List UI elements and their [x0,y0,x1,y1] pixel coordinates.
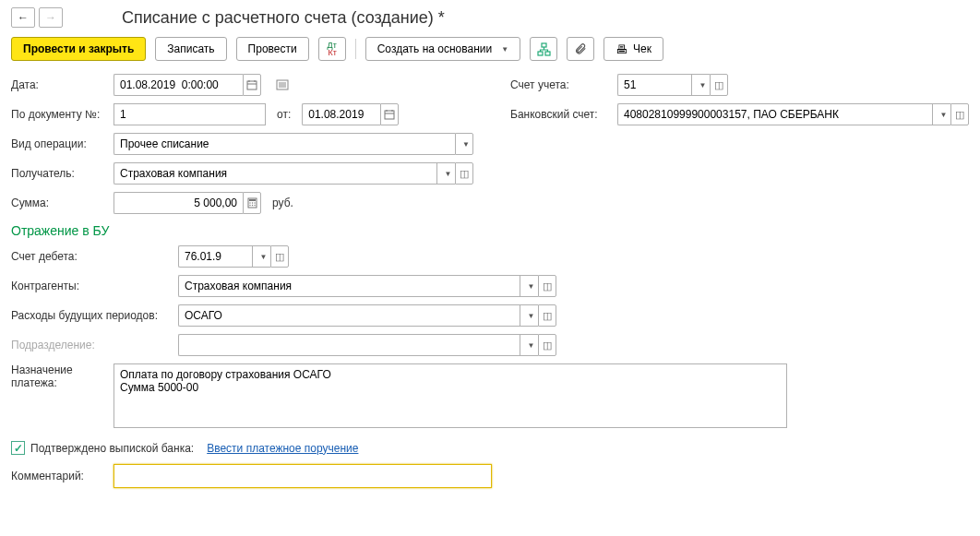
contr-label: Контрагенты: [11,280,173,292]
rbp-dropdown[interactable]: ▼ [520,304,538,327]
rbp-open[interactable]: ◫ [538,304,556,327]
date-input[interactable] [114,74,243,96]
calendar-icon[interactable] [243,74,261,96]
attachments-button[interactable] [567,37,594,61]
create-payment-order-link[interactable]: Ввести платежное поручение [207,442,358,455]
rbp-input[interactable] [178,304,520,327]
list-icon[interactable] [276,79,289,90]
svg-point-19 [254,202,255,203]
recipient-input[interactable] [114,162,436,185]
debit-label: Счет дебета: [11,250,173,263]
contr-input[interactable] [178,275,520,297]
debit-input[interactable] [178,245,252,268]
svg-rect-16 [249,199,256,201]
confirmed-checkbox[interactable]: ✓ [11,441,25,455]
structure-icon [537,42,551,56]
docnum-from-label: от: [277,108,291,121]
arrow-right-icon: → [45,11,56,24]
debit-dropdown[interactable]: ▼ [252,245,270,268]
sum-input[interactable] [114,192,243,214]
account-input[interactable] [617,74,691,96]
nav-forward-button[interactable]: → [39,7,63,28]
nav-back-button[interactable]: ← [11,7,35,28]
account-dropdown[interactable]: ▼ [691,74,710,96]
contr-dropdown[interactable]: ▼ [520,275,538,297]
save-button[interactable]: Записать [155,37,226,61]
bank-open[interactable]: ◫ [950,103,969,125]
svg-rect-0 [542,43,546,47]
post-and-close-button[interactable]: Провести и закрыть [11,37,146,61]
subdiv-input[interactable] [178,334,520,356]
create-based-on-button[interactable]: Создать на основании ▼ [365,37,520,61]
svg-point-22 [254,205,255,206]
account-open[interactable]: ◫ [710,74,728,96]
recipient-open[interactable]: ◫ [455,162,473,185]
bank-dropdown[interactable]: ▼ [932,103,950,125]
contr-open[interactable]: ◫ [538,275,556,297]
svg-point-21 [251,205,252,206]
bank-account-label: Банковский счет: [510,108,612,121]
receipt-button[interactable]: 🖶 Чек [604,37,663,61]
comment-input[interactable] [114,464,492,488]
account-label: Счет учета: [510,78,612,91]
paperclip-icon [574,42,587,55]
post-button[interactable]: Провести [236,37,309,61]
calendar-icon-2[interactable] [380,103,399,125]
calculator-icon[interactable] [243,192,261,214]
comment-label: Комментарий: [11,470,108,482]
bank-account-input[interactable] [617,103,932,125]
toolbar-separator [355,39,356,59]
svg-rect-11 [385,111,394,119]
dtkt-icon: ДтКт [328,42,337,56]
svg-rect-2 [545,52,550,55]
sum-label: Сумма: [11,197,108,209]
arrow-left-icon: ← [18,11,29,24]
toolbar: Провести и закрыть Записать Провести ДтК… [11,37,969,61]
printer-icon: 🖶 [615,42,627,56]
svg-point-17 [249,202,250,203]
debit-open[interactable]: ◫ [270,245,289,268]
structure-button[interactable] [530,37,557,61]
optype-input[interactable] [114,133,455,155]
currency-label: руб. [272,197,293,209]
dtkt-button[interactable]: ДтКт [318,37,346,61]
svg-point-20 [249,205,250,206]
subdiv-dropdown[interactable]: ▼ [520,334,538,356]
purpose-textarea[interactable] [114,363,787,428]
date-label: Дата: [11,78,108,91]
svg-rect-3 [247,81,257,89]
docnum-input[interactable] [114,103,266,125]
purpose-label: Назначение платежа: [11,363,108,389]
chevron-down-icon: ▼ [501,45,508,54]
subdiv-open[interactable]: ◫ [538,334,556,356]
docnum-label: По документу №: [11,108,108,121]
rbp-label: Расходы будущих периодов: [11,309,173,322]
section-title: Отражение в БУ [11,223,969,238]
svg-rect-1 [538,52,543,55]
page-title: Списание с расчетного счета (создание) * [122,8,445,28]
optype-dropdown[interactable]: ▼ [455,133,473,155]
confirmed-label: Подтверждено выпиской банка: [30,442,194,455]
recipient-dropdown[interactable]: ▼ [436,162,455,185]
recipient-label: Получатель: [11,167,108,180]
docnum-from-input[interactable] [302,103,380,125]
subdiv-label: Подразделение: [11,339,173,351]
optype-label: Вид операции: [11,137,108,150]
svg-point-18 [251,202,252,203]
